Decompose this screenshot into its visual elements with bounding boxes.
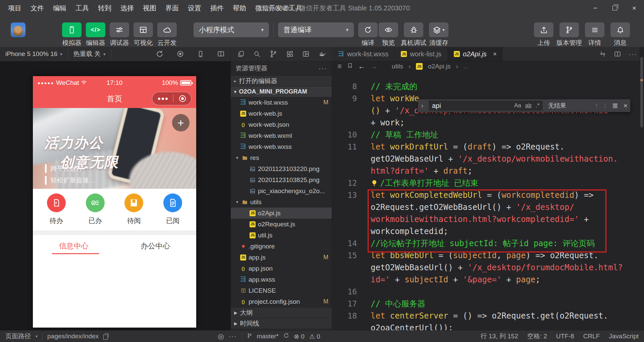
- toolbar-button-版本管理[interactable]: 版本管理: [559, 22, 579, 47]
- shortcut-待办[interactable]: ?待办: [47, 193, 66, 225]
- close-button[interactable]: ×: [625, 0, 644, 16]
- file-row-app.wxss[interactable]: 彐app.wxss: [231, 274, 332, 285]
- file-row-o2Api.js[interactable]: JSo2Api.js: [231, 208, 332, 219]
- menu-item-7[interactable]: 界面: [165, 4, 179, 13]
- menu-item-4[interactable]: 转到: [98, 4, 111, 13]
- toolbar-button-详情[interactable]: 详情: [585, 22, 604, 47]
- phone-simulator[interactable]: ●●●●● WeChat 17:10 100% 首页: [33, 76, 196, 328]
- file-row-util.js[interactable]: JSutil.js: [231, 230, 332, 241]
- toolbar-button-清缓存[interactable]: ▾清缓存: [429, 22, 448, 47]
- device-select[interactable]: iPhone 5 100% 16 ▾: [0, 47, 68, 61]
- file-row-utils[interactable]: ▾utils: [231, 196, 332, 208]
- lightbulb-icon[interactable]: [371, 179, 378, 187]
- sync-icon[interactable]: [283, 333, 289, 340]
- phone-tab-办公中心[interactable]: 办公中心: [115, 235, 197, 257]
- restore-button[interactable]: [605, 0, 625, 16]
- file-row-project.config.json[interactable]: {}project.config.jsonM: [231, 296, 332, 307]
- search-input[interactable]: api Aa ab .*: [429, 101, 543, 111]
- toolbar-button-真机调试[interactable]: 真机调试: [404, 22, 423, 47]
- toolbar-button-云开发[interactable]: 云开发: [157, 22, 177, 47]
- sidebar-icon[interactable]: [302, 50, 310, 58]
- indentation[interactable]: 空格: 2: [527, 332, 547, 341]
- whole-word-icon[interactable]: ab: [525, 102, 532, 109]
- file-row-app.json[interactable]: {}app.json: [231, 263, 332, 274]
- mode-select[interactable]: 小程序模式 ▾: [194, 22, 269, 37]
- close-tab-icon[interactable]: ×: [493, 51, 497, 58]
- more-icon[interactable]: ···: [229, 333, 237, 340]
- language-mode[interactable]: JavaScript: [609, 333, 639, 340]
- breadcrumb-file[interactable]: o2Api.js: [428, 63, 451, 70]
- eol[interactable]: CRLF: [583, 333, 600, 340]
- file-row-20201123103825.png[interactable]: 20201123103825.png: [231, 174, 332, 185]
- outline-list-icon[interactable]: ≡: [337, 62, 342, 71]
- phone-outline-icon[interactable]: [197, 50, 204, 58]
- search-icon[interactable]: [253, 50, 261, 58]
- capsule-menu[interactable]: [152, 92, 192, 105]
- close-find-icon[interactable]: ×: [624, 102, 628, 110]
- git-branch-icon[interactable]: [247, 333, 252, 340]
- next-match-icon[interactable]: ↓: [604, 102, 607, 109]
- toolbar-button-上传[interactable]: 上传: [534, 22, 553, 47]
- file-row-app.js[interactable]: JSapp.jsM: [231, 252, 332, 263]
- editor-tab-work-list.wxss[interactable]: 彐work-list.wxss: [332, 47, 395, 61]
- menu-item-1[interactable]: 文件: [31, 4, 44, 13]
- match-case-icon[interactable]: Aa: [514, 102, 521, 109]
- toolbar-button-调试器[interactable]: 调试器: [110, 22, 129, 47]
- compile-select[interactable]: 普通编译 ▾: [278, 22, 354, 37]
- menu-item-3[interactable]: 工具: [75, 4, 89, 13]
- shortcut-待阅[interactable]: 待阅: [124, 193, 143, 225]
- toolbar-button-模拟器[interactable]: 模拟器: [62, 22, 82, 47]
- branch-name[interactable]: master*: [257, 333, 279, 340]
- menu-item-0[interactable]: 项目: [8, 4, 21, 13]
- toolbar-button-消息[interactable]: 消息: [610, 22, 630, 47]
- menu-item-10[interactable]: 帮助: [233, 4, 246, 13]
- encoding[interactable]: UTF-8: [556, 333, 574, 340]
- forward-arrow-icon[interactable]: →: [371, 62, 378, 70]
- file-row-pic_xiaochengxu_o2o...[interactable]: pic_xiaochengxu_o2o...: [231, 185, 332, 196]
- errors-indicator[interactable]: ⊗ 0: [294, 333, 305, 340]
- editor-scrollbar[interactable]: [639, 47, 644, 316]
- file-row-.gitignore[interactable]: .gitignore: [231, 241, 332, 252]
- file-row-20201123103220.png[interactable]: 20201123103220.png: [231, 163, 332, 174]
- avatar[interactable]: [11, 22, 25, 37]
- grid4-icon[interactable]: [286, 50, 293, 58]
- refresh-icon[interactable]: [156, 50, 164, 58]
- menu-item-5[interactable]: 选择: [120, 4, 134, 13]
- hero-banner[interactable]: 活力办公 创意无限 跨平台运行轻松扩展提速... +: [33, 108, 196, 189]
- file-row-work-list.wxss[interactable]: 彐work-list.wxssM: [231, 97, 332, 108]
- diff-icon[interactable]: [599, 50, 606, 58]
- breadcrumb-folder[interactable]: utils: [392, 63, 403, 70]
- menu-item-2[interactable]: 编辑: [53, 4, 66, 13]
- split-icon[interactable]: [217, 50, 225, 58]
- minimize-button[interactable]: −: [586, 0, 605, 16]
- expand-replace-icon[interactable]: ›: [419, 102, 425, 109]
- prev-match-icon[interactable]: ↑: [595, 102, 598, 109]
- editor-tab-o2Api.js[interactable]: JSo2Api.js×: [448, 47, 503, 61]
- menu-item-8[interactable]: 设置: [188, 4, 201, 13]
- more-icon[interactable]: ···: [319, 65, 327, 72]
- splitview-icon[interactable]: [614, 50, 621, 58]
- bookmark-icon[interactable]: [347, 62, 353, 70]
- toolbar-button-编辑器[interactable]: </>编辑器: [86, 22, 105, 47]
- menu-item-9[interactable]: 插件: [210, 4, 224, 13]
- cursor-position[interactable]: 行 13, 列 152: [481, 332, 518, 341]
- find-in-selection-icon[interactable]: ≣: [612, 102, 618, 110]
- editor-tab-work-list.js[interactable]: JSwork-list.js: [395, 47, 447, 61]
- shortcut-已阅[interactable]: 已阅: [163, 193, 182, 225]
- file-row-res[interactable]: ▾res: [231, 152, 332, 163]
- shortcut-已办[interactable]: 已办: [86, 193, 105, 225]
- timeline-section[interactable]: ▸ 时间线: [231, 318, 332, 329]
- warnings-indicator[interactable]: ⚠ 0: [309, 333, 320, 340]
- preview-eye-icon[interactable]: ◎: [218, 332, 224, 340]
- stop-icon[interactable]: [176, 50, 184, 58]
- whale-icon[interactable]: [318, 50, 326, 58]
- copy-icon[interactable]: [237, 50, 245, 58]
- copy-icon[interactable]: [103, 335, 108, 340]
- toolbar-button-可视化[interactable]: 可视化: [133, 22, 153, 47]
- file-row-work-web.wxml[interactable]: 彐work-web.wxml: [231, 130, 332, 141]
- file-row-work-web.js[interactable]: JSwork-web.js: [231, 108, 332, 119]
- code-editor[interactable]: 8// 未完成的9let workWe() + '/x_desktop/work…: [332, 71, 644, 330]
- open-editors-section[interactable]: ▸ 打开的编辑器: [231, 75, 332, 86]
- regex-icon[interactable]: .*: [536, 102, 539, 109]
- menu-item-6[interactable]: 视图: [143, 4, 156, 13]
